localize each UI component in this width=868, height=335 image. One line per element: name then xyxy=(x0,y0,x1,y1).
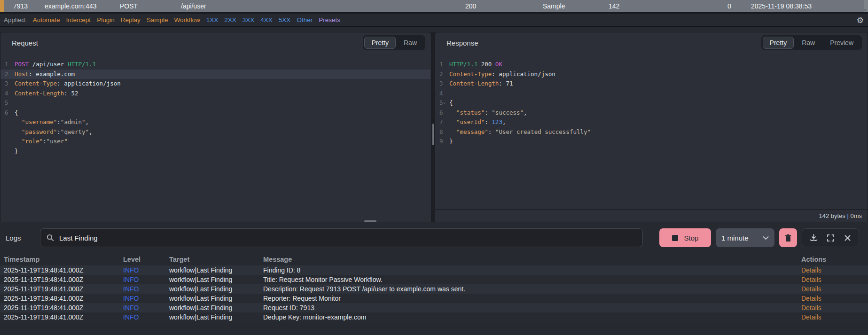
filter-list: AutomateInterceptPluginReplaySampleWorkf… xyxy=(33,16,340,23)
filter-automate[interactable]: Automate xyxy=(33,16,60,23)
horizontal-split-handle[interactable] xyxy=(364,220,376,222)
filter-workflow[interactable]: Workflow xyxy=(174,16,200,23)
log-cell-target: workflow|Last Finding xyxy=(165,266,259,274)
code-line: 9} xyxy=(435,137,867,147)
request-view-tabs: PrettyRaw xyxy=(363,35,425,50)
details-link[interactable]: Details xyxy=(798,266,868,274)
filter-presets[interactable]: Presets xyxy=(319,16,340,23)
code-line: 6{ xyxy=(0,108,430,118)
logs-header-message: Message xyxy=(259,256,798,263)
logs-search-input[interactable] xyxy=(59,234,636,242)
logs-header-level: Level xyxy=(119,256,165,263)
request-panel-header: Request PrettyRaw xyxy=(0,32,431,53)
log-cell-target: workflow|Last Finding xyxy=(165,285,259,293)
details-link[interactable]: Details xyxy=(798,304,868,312)
fullscreen-icon[interactable] xyxy=(825,232,836,243)
code-line: 8 "message": "User created successfully" xyxy=(435,127,867,137)
download-icon[interactable] xyxy=(808,232,819,243)
response-editor[interactable]: 1HTTP/1.1 200 OK2Content-Type: applicati… xyxy=(435,57,867,209)
request-tab-pretty[interactable]: Pretty xyxy=(364,37,396,49)
details-link[interactable]: Details xyxy=(798,295,868,302)
details-link[interactable]: Details xyxy=(798,313,868,321)
log-row[interactable]: 2025-11-19T19:48:41.000ZINFOworkflow|Las… xyxy=(0,275,868,284)
request-source-cell: Sample xyxy=(543,2,565,10)
stop-button-label: Stop xyxy=(684,234,699,242)
logs-search-box[interactable] xyxy=(40,228,643,247)
filter-3xx[interactable]: 3XX xyxy=(242,16,255,23)
log-cell-message: Reporter: Request Monitor xyxy=(259,295,798,302)
code-line: 3Content-Length: 71 xyxy=(435,79,867,89)
line-number: 8 xyxy=(435,127,449,137)
request-extra-cell: 0 xyxy=(727,2,731,10)
stop-button[interactable]: Stop xyxy=(659,228,711,247)
request-tab-raw[interactable]: Raw xyxy=(397,37,424,49)
gear-icon[interactable]: ⚙ xyxy=(857,16,864,24)
filter-intercept[interactable]: Intercept xyxy=(66,16,91,23)
log-row[interactable]: 2025-11-19T19:48:41.000ZINFOworkflow|Las… xyxy=(0,294,868,303)
log-cell-target: workflow|Last Finding xyxy=(165,295,259,302)
log-row[interactable]: 2025-11-19T19:48:41.000ZINFOworkflow|Las… xyxy=(0,284,868,294)
filter-5xx[interactable]: 5XX xyxy=(279,16,291,23)
close-icon[interactable] xyxy=(842,232,853,243)
code-line: "role":"user" xyxy=(0,137,430,147)
request-editor[interactable]: 1POST /api/user HTTP/1.12Host: example.c… xyxy=(0,57,430,222)
log-row[interactable]: 2025-11-19T19:48:41.000ZINFOworkflow|Las… xyxy=(0,303,868,312)
fold-chevron-icon[interactable]: ˅ xyxy=(443,98,446,108)
line-number: 1 xyxy=(0,60,15,70)
logs-table-body: 2025-11-19T19:48:41.000ZINFOworkflow|Las… xyxy=(0,265,868,322)
filter-other[interactable]: Other xyxy=(297,16,313,23)
logs-toolbar: Logs Stop 1 minute xyxy=(0,228,868,247)
interval-select[interactable]: 1 minute xyxy=(716,228,774,247)
code-line: 5˅{ xyxy=(435,98,867,108)
table-scrollbar[interactable]: ▾ xyxy=(864,0,868,12)
response-tab-pretty[interactable]: Pretty xyxy=(763,37,794,49)
code-line: "password":"qwerty", xyxy=(0,127,430,137)
log-row[interactable]: 2025-11-19T19:48:41.000ZINFOworkflow|Las… xyxy=(0,312,868,322)
response-tab-raw[interactable]: Raw xyxy=(795,37,822,49)
request-status-cell: 200 xyxy=(465,2,476,10)
response-view-tabs: PrettyRawPreview xyxy=(761,35,862,50)
selected-request-row[interactable]: 7913 example.com:443 POST /api/user 200 … xyxy=(0,0,868,12)
response-panel: Response PrettyRawPreview 1HTTP/1.1 200 … xyxy=(435,32,868,222)
log-cell-timestamp: 2025-11-19T19:48:41.000Z xyxy=(0,285,119,293)
code-line: 2Host: example.com xyxy=(0,70,430,79)
details-link[interactable]: Details xyxy=(798,285,868,293)
search-icon xyxy=(47,234,54,242)
panel-split-divider[interactable] xyxy=(431,32,435,222)
line-number: 6 xyxy=(435,108,449,118)
response-tab-preview[interactable]: Preview xyxy=(823,37,860,49)
log-cell-message: Description: Request 7913 POST /api/user… xyxy=(259,285,798,293)
line-number: 3 xyxy=(0,79,15,89)
interval-select-value: 1 minute xyxy=(721,234,749,242)
filter-4xx[interactable]: 4XX xyxy=(260,16,273,23)
code-line: 6 "status": "success", xyxy=(435,108,867,118)
log-cell-timestamp: 2025-11-19T19:48:41.000Z xyxy=(0,266,119,274)
request-id-cell: 7913 xyxy=(13,2,28,10)
filter-replay[interactable]: Replay xyxy=(121,16,141,23)
log-cell-timestamp: 2025-11-19T19:48:41.000Z xyxy=(0,304,119,312)
line-number: 2 xyxy=(435,70,449,79)
request-panel-title: Request xyxy=(12,39,38,47)
log-cell-target: workflow|Last Finding xyxy=(165,276,259,283)
filter-plugin[interactable]: Plugin xyxy=(97,16,115,23)
log-cell-target: workflow|Last Finding xyxy=(165,304,259,312)
line-number: 7 xyxy=(435,117,449,127)
line-number: 5 xyxy=(435,98,449,108)
split-drag-handle[interactable] xyxy=(432,124,434,145)
http-panes: Request PrettyRaw 1POST /api/user HTTP/1… xyxy=(0,27,868,222)
log-cell-level: INFO xyxy=(119,295,165,302)
log-cell-message: Request ID: 7913 xyxy=(259,304,798,312)
clear-logs-button[interactable] xyxy=(779,228,797,247)
filter-1xx[interactable]: 1XX xyxy=(206,16,219,23)
filter-2xx[interactable]: 2XX xyxy=(224,16,236,23)
code-line: 4Content-Length: 52 xyxy=(0,89,430,99)
line-number: 6 xyxy=(0,108,15,118)
line-number: 9 xyxy=(435,137,449,147)
log-cell-timestamp: 2025-11-19T19:48:41.000Z xyxy=(0,295,119,302)
request-panel: Request PrettyRaw 1POST /api/user HTTP/1… xyxy=(0,32,431,222)
filter-sample[interactable]: Sample xyxy=(147,16,168,23)
line-number: 1 xyxy=(435,60,449,70)
log-row[interactable]: 2025-11-19T19:48:41.000ZINFOworkflow|Las… xyxy=(0,265,868,275)
logs-table-header: TimestampLevelTargetMessageActions xyxy=(0,253,868,265)
details-link[interactable]: Details xyxy=(798,276,868,283)
